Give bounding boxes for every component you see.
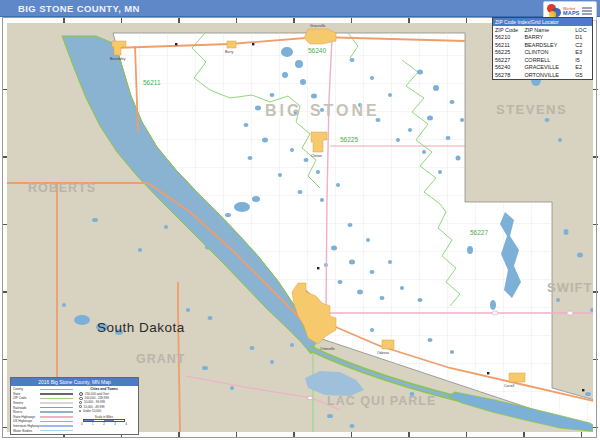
- legend-swatch: [40, 430, 73, 432]
- city-dot-icon: [79, 405, 82, 408]
- zip-table-row: 56211 BEARDSLEY C2: [493, 42, 592, 50]
- town-odessa: [382, 340, 394, 349]
- grid-ruler-right: [593, 23, 598, 432]
- legend-swatch: [40, 416, 73, 418]
- zip-table-row: 56227 CORRELL I5: [493, 57, 592, 65]
- grid-ruler-left: [2, 23, 7, 432]
- city-dot-icon: [79, 410, 81, 412]
- legend-swatch: [40, 425, 73, 427]
- legend-swatch: [40, 398, 73, 400]
- town-graceville: [304, 29, 336, 44]
- town-barry: [227, 41, 236, 48]
- zip-table-header: ZIP Code Index/Grid Locator: [493, 18, 592, 26]
- page-title: BIG STONE COUNTY, MN: [0, 3, 140, 14]
- legend-swatch: [40, 411, 73, 413]
- zip-table-row: 56225 CLINTON E3: [493, 49, 592, 57]
- legend-swatch: [40, 389, 73, 391]
- scale-bar-ticks: 0 1 2 3 4: [81, 422, 127, 426]
- logo-tagline-lines: [582, 7, 592, 15]
- town-correll: [509, 373, 525, 382]
- legend-symbols-column: County State ZIP Code Streets Railroads …: [13, 387, 75, 433]
- legend-title: 2016 Big Stone County, MN Map: [11, 378, 138, 386]
- legend-item: Water Bodies: [13, 428, 75, 433]
- zip-table-row: 56240 GRACEVILLE E2: [493, 64, 592, 72]
- scale-bar: Scale in Miles 0 1 2 3 4: [75, 415, 133, 426]
- title-bar: BIG STONE COUNTY, MN: [0, 0, 600, 17]
- zip-table-columns: ZIP Code ZIP Name LOC: [493, 26, 592, 34]
- legend-swatch: [40, 407, 73, 409]
- legend-swatch: [40, 402, 73, 404]
- legend-swatch: [40, 421, 73, 423]
- zip-table-row: 56278 ORTONVILLE G5: [493, 72, 592, 80]
- map-poster: BIG STONE COUNTY, MN Market MAPS ZIP Cod…: [0, 0, 600, 440]
- legend-box: 2016 Big Stone County, MN Map County Sta…: [10, 377, 139, 435]
- legend-swatch: [40, 393, 73, 395]
- city-dot-icon: [79, 401, 82, 404]
- zip-index-table: ZIP Code Index/Grid Locator ZIP Code ZIP…: [492, 17, 593, 80]
- legend-cities-column: Cities and Towns 250,000 and Over 100,00…: [75, 387, 133, 433]
- zip-table-row: 56210 BARRY D1: [493, 34, 592, 42]
- logo-text: Market MAPS: [563, 7, 580, 15]
- legend-city-size: Under 10,000: [75, 409, 133, 413]
